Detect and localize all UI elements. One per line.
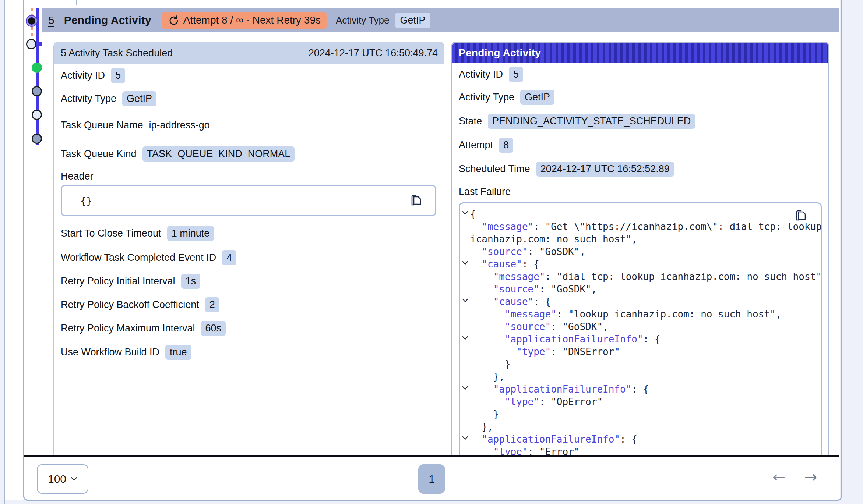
- collapse-chevron-icon[interactable]: [460, 433, 470, 440]
- field-label: Activity Type: [459, 92, 514, 103]
- field-value-badge: 60s: [201, 321, 226, 336]
- field-label: Retry Policy Initial Interval: [61, 276, 175, 287]
- code-line: "source": "GoSDK",: [460, 283, 821, 295]
- field-value-badge: GetIP: [520, 90, 554, 105]
- code-gutter: [460, 270, 470, 273]
- field-label: Scheduled Time: [459, 163, 530, 175]
- field-row: Workflow Task Completed Event ID4: [61, 246, 436, 269]
- code-text: "message": "dial tcp: lookup icanhazip.c…: [470, 270, 822, 283]
- code-text: "source": "GoSDK",: [470, 320, 609, 333]
- field-value-badge: 2: [205, 297, 219, 312]
- field-value-badge: 2024-12-17 UTC 16:52:52.89: [536, 162, 674, 177]
- timeline-connector: [36, 42, 42, 46]
- field-label: Retry Policy Backoff Coefficient: [61, 299, 199, 310]
- code-gutter: [460, 233, 470, 236]
- code-text: },: [470, 420, 493, 433]
- field-row: Use Workflow Build IDtrue: [61, 340, 436, 364]
- next-page-arrow[interactable]: →: [804, 469, 817, 485]
- code-line: }: [460, 358, 821, 370]
- code-text: "message": "lookup icanhazip.com: no suc…: [470, 308, 781, 320]
- field-value-badge: 5: [509, 67, 523, 82]
- code-line: },: [460, 420, 821, 433]
- event-id-link[interactable]: 5: [48, 14, 54, 26]
- code-line: "cause": {: [460, 258, 821, 270]
- field-value-badge: 8: [499, 138, 513, 153]
- code-text: "source": "GoSDK",: [470, 283, 597, 295]
- activity-type-label: Activity Type: [336, 15, 389, 26]
- code-text: "type": "DNSError": [470, 345, 620, 358]
- field-value-badge: GetIP: [122, 91, 156, 106]
- field-label: Attempt: [459, 139, 493, 151]
- field-row: Attempt8: [459, 133, 822, 157]
- code-gutter: [460, 370, 470, 373]
- workflow-event-history-page: { "header_bar": { "event_id": "5", "titl…: [0, 0, 863, 504]
- field-row: Retry Policy Backoff Coefficient2: [61, 293, 436, 316]
- code-text: },: [470, 370, 505, 383]
- last-failure-code-block: { "message": "Get \"https://icanhazip.co…: [459, 202, 822, 455]
- code-text: "type": "OpError": [470, 395, 603, 408]
- field-value-badge: 5: [111, 68, 125, 83]
- code-gutter: [460, 308, 470, 311]
- field-label: State: [459, 116, 482, 127]
- timeline-event-dot[interactable]: [32, 63, 42, 73]
- timeline-line: [36, 8, 39, 145]
- code-line: "source": "GoSDK",: [460, 320, 821, 333]
- field-row: Activity ID5: [61, 64, 436, 87]
- code-line: "applicationFailureInfo": {: [460, 333, 821, 345]
- event-header-bar: 5 Pending Activity Attempt 8 / ∞ · Next …: [42, 8, 839, 32]
- timeline-event-dot[interactable]: [27, 16, 37, 26]
- timeline-event-dot[interactable]: [32, 110, 42, 120]
- right-panel-header: Pending Activity: [452, 43, 828, 63]
- header-payload-box: {}: [61, 185, 436, 216]
- code-gutter: [460, 320, 470, 323]
- code-text: "cause": {: [470, 258, 539, 270]
- copy-icon[interactable]: [409, 194, 423, 207]
- code-text: "applicationFailureInfo": {: [470, 383, 649, 395]
- code-text: {: [470, 208, 476, 220]
- field-value-badge: TASK_QUEUE_KIND_NORMAL: [142, 146, 295, 162]
- collapse-chevron-icon[interactable]: [460, 383, 470, 390]
- code-gutter: [460, 395, 470, 398]
- collapse-chevron-icon[interactable]: [460, 295, 470, 303]
- code-line: "cause": {: [460, 295, 821, 308]
- field-row: Retry Policy Initial Interval1s: [61, 269, 436, 293]
- field-row: Retry Policy Maximum Interval60s: [61, 316, 436, 340]
- table-bottom-divider: [24, 455, 839, 457]
- header-payload-value: {}: [80, 195, 92, 206]
- code-line: },: [460, 370, 821, 383]
- timeline-event-dot[interactable]: [26, 39, 36, 49]
- code-line: {: [460, 208, 821, 220]
- field-row: Scheduled Time2024-12-17 UTC 16:52:52.89: [459, 157, 822, 181]
- field-row: StatePENDING_ACTIVITY_STATE_SCHEDULED: [459, 109, 822, 133]
- left-panel-header: 5 Activity Task Scheduled 2024-12-17 UTC…: [54, 42, 444, 64]
- code-gutter: [460, 245, 470, 248]
- field-label: Retry Policy Maximum Interval: [61, 323, 195, 334]
- timeline-event-dot[interactable]: [32, 86, 42, 96]
- page-number-button[interactable]: 1: [418, 464, 445, 494]
- retry-badge: Attempt 8 / ∞ · Next Retry 39s: [162, 12, 327, 29]
- field-label: Use Workflow Build ID: [61, 347, 159, 358]
- field-row: Activity TypeGetIP: [61, 87, 436, 110]
- collapse-chevron-icon[interactable]: [460, 208, 470, 215]
- activity-task-scheduled-panel: 5 Activity Task Scheduled 2024-12-17 UTC…: [53, 42, 444, 455]
- field-label: Activity ID: [61, 70, 105, 81]
- copy-icon[interactable]: [794, 209, 807, 223]
- previous-page-arrow[interactable]: ←: [772, 469, 785, 485]
- code-line: "applicationFailureInfo": {: [460, 433, 821, 446]
- collapse-chevron-icon[interactable]: [460, 258, 470, 265]
- field-row: Task Queue Nameip-address-go: [61, 110, 436, 140]
- code-line: }: [460, 408, 821, 420]
- code-line: "type": "DNSError": [460, 345, 821, 358]
- field-value-badge: 1 minute: [167, 226, 214, 241]
- collapse-chevron-icon[interactable]: [460, 333, 470, 340]
- code-gutter: [460, 220, 470, 223]
- code-line: "type": "OpError": [460, 395, 821, 408]
- timeline-event-dot[interactable]: [32, 134, 42, 144]
- code-text: }: [470, 408, 499, 420]
- code-line: icanhazip.com: no such host",: [460, 233, 821, 245]
- page-size-select[interactable]: 100: [37, 464, 88, 494]
- code-gutter: [460, 408, 470, 411]
- code-text: icanhazip.com: no such host",: [470, 233, 637, 245]
- task-queue-name-link[interactable]: ip-address-go: [149, 120, 210, 131]
- code-text: "applicationFailureInfo": {: [470, 333, 661, 345]
